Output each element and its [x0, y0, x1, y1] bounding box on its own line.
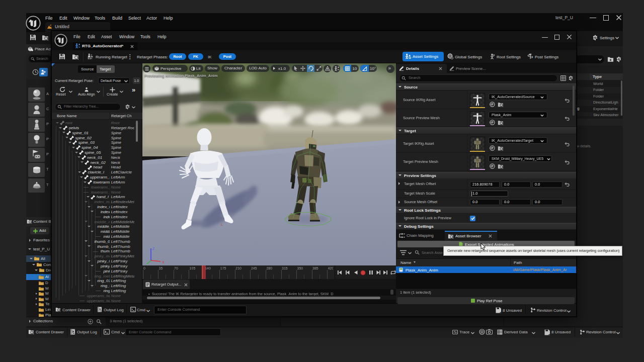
- svg-text:L: L: [221, 223, 223, 226]
- svg-text:X: X: [162, 260, 165, 264]
- svg-text:Z: Z: [152, 247, 155, 250]
